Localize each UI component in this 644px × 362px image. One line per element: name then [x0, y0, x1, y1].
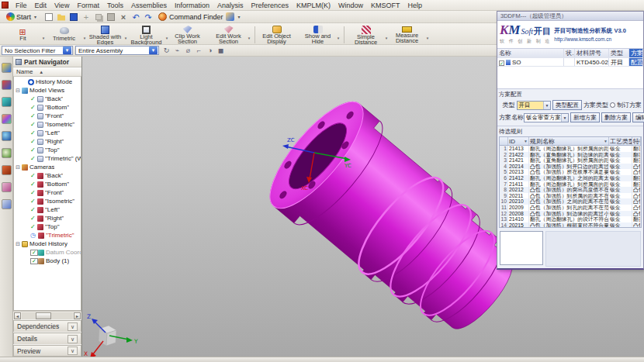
menu-item[interactable]: KMPLM(K) [293, 0, 334, 11]
tree-checkmark-icon[interactable] [30, 104, 36, 111]
resource-bar-icon[interactable] [2, 148, 12, 158]
tree-item[interactable]: "Front" [14, 112, 81, 120]
menu-item[interactable]: KMSOFT [367, 0, 404, 11]
toolbar-button[interactable]: Trimetric [46, 24, 82, 44]
quick-tool-button[interactable] [106, 12, 116, 22]
selection-filter-combo[interactable]: No Selection Filter ▼ [2, 46, 73, 55]
tree-item[interactable]: "Trimetric" [14, 231, 81, 240]
tree-checkmark-icon[interactable] [30, 206, 36, 213]
scroll-left-icon[interactable]: ◄ [14, 312, 21, 319]
resource-bar-icon[interactable] [2, 63, 12, 73]
tree-expander-icon[interactable]: ⊟ [15, 88, 21, 94]
toolbar-button[interactable]: Edit Work Section [210, 24, 247, 44]
type-config-button[interactable]: 类型配置 [552, 100, 582, 110]
chevron-expand-icon[interactable]: ∨ [68, 322, 78, 331]
menu-item[interactable]: File [12, 0, 31, 11]
quick-tool-button[interactable]: ↶ [130, 12, 141, 22]
snap-point-button[interactable]: ⌐ [194, 46, 204, 55]
snap-point-button[interactable]: ⌀ [183, 46, 193, 55]
tree-item[interactable]: ⊟ Model Views [14, 86, 81, 95]
rule-table-row[interactable]: 9 20211 凸包（加强筋）到所属的距离不在范围内 钣金 凸包 [500, 193, 641, 199]
scroll-right-icon[interactable]: ► [74, 312, 81, 319]
quick-tool-button[interactable]: × [118, 12, 129, 22]
tree-checkmark-icon[interactable] [30, 257, 37, 264]
menu-item[interactable]: Information [171, 0, 213, 11]
snap-point-button[interactable]: ◑ [205, 46, 215, 55]
tree-expander-icon[interactable]: ⊟ [15, 164, 21, 171]
tree-item[interactable]: ⊟ Model History [14, 240, 81, 248]
snap-point-button[interactable]: ↻ [161, 46, 171, 55]
scrollbar-track[interactable] [22, 312, 73, 319]
toolbar-button[interactable]: Edit Object Display [258, 24, 295, 44]
tree-item[interactable]: "Isometric" [14, 197, 81, 205]
dropdown-arrow-icon[interactable]: ▾ [425, 28, 430, 40]
toolbar-button[interactable]: Show and Hide [299, 24, 336, 44]
tree-item[interactable]: "Left" [14, 205, 81, 214]
tree-item[interactable]: "Isometric" [14, 120, 81, 129]
rule-table-row[interactable]: 8 20212 凸包（加强筋）的突出高度值不在范围内 钣金 凸包 [500, 187, 641, 193]
type-combo[interactable]: 开目 ▼ [517, 101, 551, 110]
rule-table-row[interactable]: 4 20214 凸包（加强筋）到开口边的距离过小 钣金 凸包 [500, 164, 641, 170]
menu-item[interactable]: Preferences [247, 0, 293, 11]
toolbar-button[interactable]: Shaded with Edges [87, 24, 123, 44]
start-button[interactable]: Start ▾ [2, 12, 42, 22]
part-table-row[interactable]: ✓SO KTD450-02 开目 配置 [497, 58, 643, 67]
part-table-header-cell[interactable]: 方案 [629, 49, 643, 57]
part-table-header-cell[interactable]: 材料牌号 [575, 49, 609, 57]
tree-item[interactable]: "Bottom" [14, 180, 81, 188]
resource-bar-icon[interactable] [2, 131, 12, 141]
tree-checkmark-icon[interactable] [30, 198, 36, 205]
tree-item[interactable]: "Front" [14, 188, 81, 197]
tree-checkmark-icon[interactable] [30, 172, 36, 179]
tree-checkmark-icon[interactable] [30, 112, 36, 119]
tree-checkmark-icon[interactable] [30, 155, 36, 162]
rule-table-row[interactable]: 5 20213 凸包（加强筋）所在板厚不满足要求 钣金 凸包 [500, 169, 641, 175]
tree-checkmark-icon[interactable] [30, 95, 36, 102]
tree-checkmark-icon[interactable] [30, 129, 36, 136]
menu-item[interactable]: Tools [103, 0, 127, 11]
tree-item[interactable]: "Bottom" [14, 103, 81, 112]
tree-item[interactable]: Body (1) [14, 257, 81, 265]
chevron-expand-icon[interactable]: ∨ [68, 346, 78, 355]
tree-item[interactable]: History Mode [14, 78, 81, 86]
part-table-header-cell[interactable]: 名称 [497, 49, 564, 57]
tree-item[interactable]: ⊟ Cameras [14, 163, 81, 171]
menu-item[interactable]: Window [334, 0, 367, 11]
menu-item[interactable]: Assemblies [127, 0, 171, 11]
name-column-header[interactable]: 规则名称▼ [529, 137, 609, 145]
resource-bar-icon[interactable] [2, 165, 12, 175]
collapsed-panel-bar[interactable]: Dependencies ∨ [13, 320, 81, 332]
rule-table-row[interactable]: 1 21413 翻孔（周边翻缘孔）到所属面的距离过… 钣金 翻孔 [500, 146, 641, 152]
rule-table-row[interactable]: 2 21422 翻孔（直角翻缘孔）到边缘的距离过… 钣金 翻孔 [500, 152, 641, 158]
combo-arrow-icon[interactable]: ▼ [63, 47, 71, 54]
snap-point-button[interactable]: ◼ [216, 46, 226, 55]
scrollbar-thumb[interactable] [36, 312, 51, 319]
feature-column-header[interactable]: 特征 [632, 137, 641, 145]
part-body-shaft[interactable] [256, 89, 536, 354]
name-column-header[interactable]: Name ▲ [13, 67, 81, 77]
part-table-header-cell[interactable]: 状… [564, 49, 575, 57]
rule-table-row[interactable]: 6 21412 翻孔（周边翻缘孔）之间的距离太小 钣金 翻孔 [500, 175, 641, 181]
toolbar-button[interactable]: Light Background [128, 24, 164, 44]
tree-checkmark-icon[interactable] [30, 223, 36, 230]
tree-checkmark-icon[interactable] [30, 181, 36, 188]
chevron-expand-icon[interactable]: ∨ [68, 335, 78, 343]
rule-table-row[interactable]: 12 20208 凸包（加强筋）到边缘的距离过小 钣金 凸包 [500, 211, 641, 217]
selection-scope-combo[interactable]: Entire Assembly ▼ [75, 46, 159, 55]
id-column-header[interactable]: ID▼ [508, 137, 529, 145]
resource-bar-icon[interactable] [2, 114, 12, 124]
collapsed-panel-bar[interactable]: Preview ∨ [13, 345, 81, 357]
part-scheme-cell[interactable]: 配置 [629, 58, 643, 66]
rule-table-row[interactable]: 14 20215 凸包（加强筋）根部直径不符合要求 钣金 凸包 [500, 222, 641, 228]
combo-arrow-icon[interactable]: ▼ [149, 47, 158, 54]
resource-bar-icon[interactable] [2, 80, 12, 90]
rule-table-row[interactable]: 3 21421 翻孔（直角翻缘孔）到所属面的距离不… 钣金 翻孔 [500, 157, 641, 164]
toolbar-button[interactable]: Simple Distance [348, 24, 384, 44]
tree-checkmark-icon[interactable] [30, 232, 37, 239]
delete-scheme-button[interactable]: 删除方案 [601, 112, 631, 122]
menu-item[interactable]: Format [73, 0, 103, 11]
tree-item[interactable]: "Top" [14, 146, 81, 154]
rule-table-row[interactable]: 10 20210 凸包（加强筋）之间的距离不在范围内 钣金 凸包 [500, 198, 641, 205]
toolbar-button[interactable]: Measure Distance [389, 24, 425, 44]
tree-item[interactable]: "Left" [14, 129, 81, 137]
